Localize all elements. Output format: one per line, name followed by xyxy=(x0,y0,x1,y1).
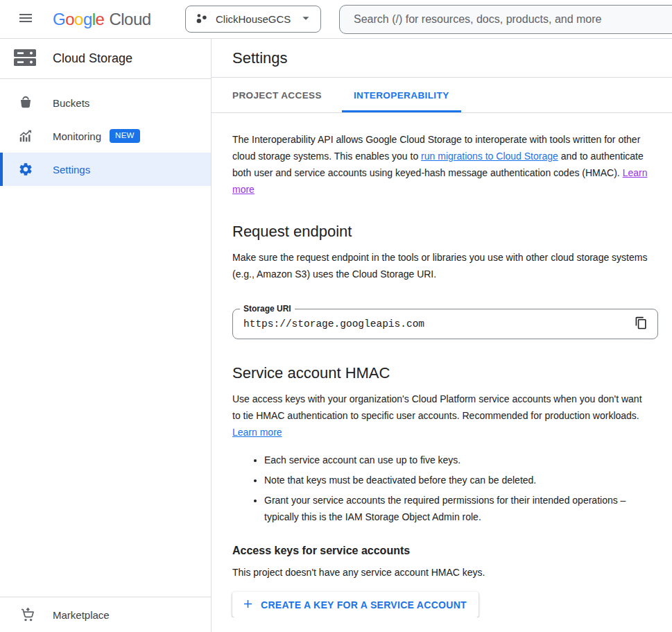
sidebar-item-label: Marketplace xyxy=(53,609,110,621)
hmac-notes-list: Each service account can use up to five … xyxy=(232,452,643,525)
service-account-hmac-heading: Service account HMAC xyxy=(232,364,651,382)
cloud-storage-product-icon xyxy=(14,48,36,70)
search-input[interactable] xyxy=(352,12,672,26)
interoperability-intro-paragraph: The Interoperability API allows Google C… xyxy=(232,131,651,198)
project-selector-button[interactable]: ClickHouseGCS xyxy=(185,6,321,33)
tab-interoperability[interactable]: INTEROPERABILITY xyxy=(342,78,461,112)
hamburger-menu-icon xyxy=(17,10,34,28)
storage-uri-field-label: Storage URI xyxy=(240,304,295,314)
new-badge: NEW xyxy=(110,129,140,143)
tab-content: The Interoperability API allows Google C… xyxy=(212,113,672,617)
page-header: Settings xyxy=(212,39,672,78)
global-search-bar[interactable] xyxy=(339,5,672,34)
sidebar-item-buckets[interactable]: Buckets xyxy=(0,86,211,119)
access-keys-empty-text: This project doesn't have any service ac… xyxy=(232,564,651,581)
sidebar-item-label: Buckets xyxy=(53,97,89,109)
chevron-down-icon xyxy=(298,10,313,28)
sidebar-item-marketplace[interactable]: Marketplace xyxy=(0,597,211,632)
access-keys-heading: Access keys for service accounts xyxy=(232,545,651,557)
cloud-logo-text: Cloud xyxy=(109,10,150,29)
service-account-hmac-paragraph: Use access keys with your organization's… xyxy=(232,391,651,441)
request-endpoint-paragraph: Make sure the request endpoint in the to… xyxy=(232,249,651,282)
bucket-icon xyxy=(17,94,34,111)
google-logo-wordmark: Google xyxy=(53,10,104,29)
sidebar-item-label: Settings xyxy=(53,164,90,176)
sidebar-nav: Buckets Monitoring xyxy=(0,79,211,186)
main-panel: Settings PROJECT ACCESS INTEROPERABILITY… xyxy=(212,39,672,632)
app-shell: Cloud Storage Buckets xyxy=(0,39,672,632)
monitoring-chart-icon xyxy=(17,128,34,144)
tab-project-access[interactable]: PROJECT ACCESS xyxy=(221,78,334,112)
project-switcher-icon xyxy=(195,12,208,27)
sidebar: Cloud Storage Buckets xyxy=(0,39,212,632)
google-cloud-logo[interactable]: Google Cloud xyxy=(53,10,151,29)
marketplace-cart-icon xyxy=(19,606,35,623)
run-migrations-link[interactable]: run migrations to Cloud Storage xyxy=(421,151,558,162)
storage-uri-value: https://storage.googleapis.com xyxy=(243,318,631,330)
hmac-text: Use access keys with your organization's… xyxy=(232,393,642,421)
sidebar-header: Cloud Storage xyxy=(0,39,211,79)
list-item: Each service account can use up to five … xyxy=(264,452,643,468)
top-app-bar: Google Cloud ClickHouseGCS xyxy=(0,0,672,39)
plus-icon xyxy=(241,597,255,613)
sidebar-item-label: Monitoring xyxy=(53,130,101,142)
gear-icon xyxy=(17,161,34,178)
tab-bar: PROJECT ACCESS INTEROPERABILITY xyxy=(212,78,672,113)
project-name-label: ClickHouseGCS xyxy=(216,13,291,25)
copy-button[interactable] xyxy=(631,314,651,334)
page-title: Settings xyxy=(232,49,288,67)
copy-icon xyxy=(635,316,648,332)
list-item: Note that keys must be deactivated befor… xyxy=(264,472,643,488)
learn-more-link-hmac[interactable]: Learn more xyxy=(232,427,282,438)
sidebar-item-monitoring[interactable]: Monitoring NEW xyxy=(0,119,211,153)
list-item: Grant your service accounts the required… xyxy=(264,492,643,525)
storage-uri-field: Storage URI https://storage.googleapis.c… xyxy=(232,309,658,339)
sidebar-product-title: Cloud Storage xyxy=(53,51,132,66)
create-key-button[interactable]: CREATE A KEY FOR A SERVICE ACCOUNT xyxy=(232,592,479,617)
sidebar-item-settings[interactable]: Settings xyxy=(0,153,211,186)
request-endpoint-heading: Request endpoint xyxy=(232,223,651,241)
hamburger-menu-button[interactable] xyxy=(9,3,42,36)
create-key-button-label: CREATE A KEY FOR A SERVICE ACCOUNT xyxy=(261,599,467,610)
